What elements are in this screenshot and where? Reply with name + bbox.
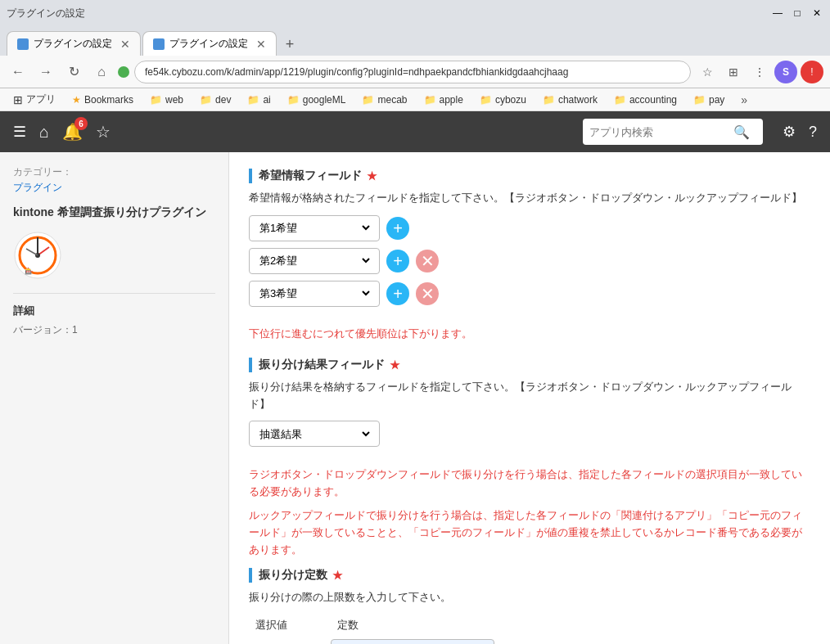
- bookmark-chatwork-label: chatwork: [558, 94, 598, 106]
- field-select-2[interactable]: 第2希望: [256, 254, 372, 268]
- tab-1-close[interactable]: ✕: [120, 38, 130, 51]
- field-dropdown-1[interactable]: 第1希望: [249, 215, 380, 241]
- field-dropdown-2[interactable]: 第2希望: [249, 248, 380, 274]
- sidebar-version: バージョン：1: [13, 323, 215, 337]
- section-result-fields: 振り分け結果フィールド ★ 振り分け結果を格納するフィールドを指定して下さい。【…: [249, 358, 810, 448]
- address-input[interactable]: [134, 61, 691, 83]
- forward-button[interactable]: →: [34, 61, 57, 83]
- apps-grid-icon: ⊞: [13, 93, 23, 106]
- folder-icon-mecab: 📁: [362, 94, 374, 106]
- field-dropdown-result[interactable]: 抽選結果: [249, 421, 380, 447]
- security-icon: [118, 66, 129, 78]
- bookmark-accounting[interactable]: 📁 accounting: [607, 92, 683, 107]
- header-search-box: 🔍: [583, 119, 763, 145]
- bookmark-web[interactable]: 📁 web: [143, 92, 190, 107]
- remove-field-button-2[interactable]: ✕: [416, 250, 439, 272]
- field-select-result[interactable]: 抽選結果: [256, 427, 372, 441]
- header-search-input[interactable]: [589, 126, 729, 138]
- section-constants: 振り分け定数 ★ 振り分けの際の上限数を入力して下さい。 選択値 定数 ハワイ旅…: [249, 568, 810, 644]
- bookmark-apple[interactable]: 📁 apple: [417, 92, 470, 107]
- warning-text-1: ラジオボタン・ドロップダウンフィールドで振り分けを行う場合は、指定した各フィール…: [249, 466, 810, 501]
- extensions-button[interactable]: ⊞: [722, 61, 745, 83]
- close-button[interactable]: ✕: [810, 7, 823, 20]
- folder-icon-apple: 📁: [424, 94, 436, 106]
- bookmark-mecab[interactable]: 📁 mecab: [355, 92, 413, 107]
- bell-badge: 6: [74, 117, 88, 130]
- apps-label: アプリ: [26, 92, 56, 106]
- dropdown-row-2: 第2希望 + ✕: [249, 248, 810, 274]
- content-area: 希望情報フィールド ★ 希望情報が格納されたフィールドを指定して下さい。【ラジオ…: [229, 152, 830, 644]
- bookmark-cybozu-label: cybozu: [495, 94, 526, 106]
- help-question-icon[interactable]: ?: [809, 124, 817, 141]
- tab-bar: プラグインの設定 ✕ プラグインの設定 ✕ +: [0, 26, 830, 56]
- notification-button[interactable]: !: [801, 61, 823, 83]
- section3-required-mark: ★: [332, 569, 343, 582]
- dropdown-row-3: 第3希望 + ✕: [249, 281, 810, 307]
- bookmarks-more-button[interactable]: »: [734, 92, 754, 108]
- bookmark-dev[interactable]: 📁 dev: [193, 92, 237, 107]
- home-button[interactable]: ⌂: [90, 61, 113, 83]
- bookmark-googleml[interactable]: 📁 googleML: [281, 92, 353, 107]
- th-value: 定数: [331, 615, 494, 636]
- tab-1-title: プラグインの設定: [34, 37, 112, 51]
- tab-2-close[interactable]: ✕: [256, 38, 266, 51]
- header-search-icon[interactable]: 🔍: [733, 124, 750, 140]
- svg-text:🎰: 🎰: [25, 267, 33, 275]
- section1-required-mark: ★: [367, 169, 377, 182]
- back-button[interactable]: ←: [7, 61, 29, 83]
- tab-2-icon: [153, 38, 165, 50]
- warning-text-2: ルックアップフィールドで振り分けを行う場合は、指定した各フィールドの「関連付ける…: [249, 507, 810, 558]
- home-icon[interactable]: ⌂: [39, 123, 49, 142]
- app-header: ☰ ⌂ 🔔 6 ☆ 🔍 ⚙ ?: [0, 111, 830, 152]
- section2-title: 振り分け結果フィールド ★: [249, 358, 810, 372]
- favorites-star-icon[interactable]: ☆: [96, 122, 111, 142]
- bookmark-mecab-label: mecab: [377, 94, 407, 106]
- bookmark-ai[interactable]: 📁 ai: [241, 92, 277, 107]
- bookmark-chatwork[interactable]: 📁 chatwork: [536, 92, 604, 107]
- bell-icon[interactable]: 🔔 6: [62, 122, 83, 142]
- field-dropdown-3[interactable]: 第3希望: [249, 281, 380, 307]
- field-select-3[interactable]: 第3希望: [256, 286, 372, 300]
- sidebar-plugin-name: kintone 希望調査振り分けプラグイン: [13, 205, 215, 221]
- add-field-button-3[interactable]: +: [386, 282, 409, 305]
- maximize-button[interactable]: □: [791, 7, 804, 20]
- row-input-hawaii[interactable]: [331, 639, 494, 644]
- settings-gear-icon[interactable]: ⚙: [783, 123, 796, 141]
- bookmarks-bar: ⊞ アプリ ★ Bookmarks 📁 web 📁 dev 📁 ai 📁 goo…: [0, 88, 830, 111]
- folder-icon-googleml: 📁: [287, 94, 300, 106]
- bookmark-googleml-label: googleML: [303, 94, 346, 106]
- sidebar-plugin-link[interactable]: プラグイン: [13, 181, 215, 195]
- tab-1-icon: [17, 38, 29, 50]
- folder-icon-accounting: 📁: [614, 94, 626, 106]
- bookmarks-folder[interactable]: ★ Bookmarks: [65, 92, 140, 107]
- address-bar: ← → ↻ ⌂ ☆ ⊞ ⋮ S !: [0, 56, 830, 88]
- profile-button[interactable]: S: [774, 61, 797, 83]
- folder-icon-ai: 📁: [247, 94, 259, 106]
- new-tab-button[interactable]: +: [278, 33, 301, 56]
- apps-button[interactable]: ⊞ アプリ: [7, 91, 62, 108]
- remove-field-button-3[interactable]: ✕: [416, 282, 439, 305]
- bookmark-pay-label: pay: [709, 94, 724, 106]
- tab-2-title: プラグインの設定: [169, 37, 248, 51]
- hamburger-menu-icon[interactable]: ☰: [13, 123, 26, 141]
- dropdown-row-1: 第1希望 +: [249, 215, 810, 241]
- priority-note: 下位行に進むにつれて優先順位は下がります。: [249, 327, 810, 341]
- folder-icon-chatwork: 📁: [543, 94, 555, 106]
- reload-button[interactable]: ↻: [62, 61, 85, 83]
- bookmark-cybozu[interactable]: 📁 cybozu: [473, 92, 533, 107]
- add-field-button-1[interactable]: +: [386, 217, 409, 240]
- sidebar: カテゴリー： プラグイン kintone 希望調査振り分けプラグイン 🎰 詳細 …: [0, 152, 229, 644]
- bookmark-ai-label: ai: [263, 94, 270, 106]
- tab-2[interactable]: プラグインの設定 ✕: [142, 31, 277, 56]
- bookmark-star-button[interactable]: ☆: [696, 61, 719, 83]
- field-select-1[interactable]: 第1希望: [256, 221, 372, 235]
- sidebar-plugin-image: 🎰: [13, 231, 62, 280]
- add-field-button-2[interactable]: +: [386, 250, 409, 272]
- browser-menu-button[interactable]: ⋮: [748, 61, 771, 83]
- tab-1[interactable]: プラグインの設定 ✕: [7, 31, 141, 56]
- bookmark-pay[interactable]: 📁 pay: [687, 92, 731, 107]
- section3-title: 振り分け定数 ★: [249, 568, 810, 583]
- sidebar-detail-label: 詳細: [13, 304, 215, 318]
- minimize-button[interactable]: —: [771, 7, 784, 20]
- bookmark-accounting-label: accounting: [629, 94, 677, 106]
